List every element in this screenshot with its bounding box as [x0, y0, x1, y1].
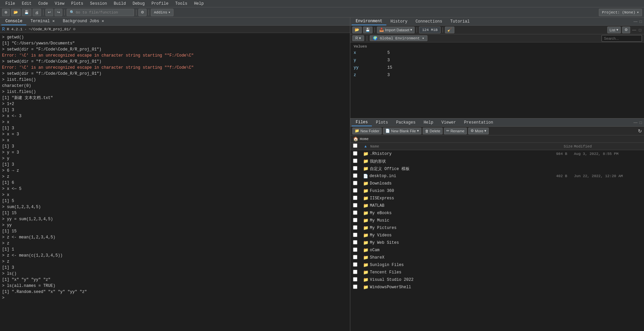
- list-item[interactable]: 📁My eBooks: [350, 209, 644, 217]
- save-workspace-button[interactable]: 💾: [363, 27, 373, 33]
- import-dataset-button[interactable]: 📥 Import Dataset ▾: [377, 27, 415, 33]
- list-item[interactable]: 📁Tencent Files: [350, 269, 644, 276]
- menu-help[interactable]: Help: [191, 1, 206, 7]
- menu-session[interactable]: Session: [87, 1, 109, 7]
- list-item[interactable]: 📁IISExpress: [350, 195, 644, 202]
- env-settings-button[interactable]: ⚙: [622, 27, 630, 33]
- tab-tutorial[interactable]: Tutorial: [446, 18, 474, 25]
- env-var-yy[interactable]: yy 15: [350, 64, 644, 71]
- list-item[interactable]: 📁Fusion 360: [350, 187, 644, 195]
- save-button[interactable]: 💾: [22, 9, 31, 16]
- file-checkbox[interactable]: [353, 247, 357, 252]
- file-checkbox[interactable]: [353, 270, 357, 274]
- file-checkbox[interactable]: [353, 210, 357, 215]
- column-modified-header[interactable]: Modified: [574, 144, 641, 148]
- file-checkbox[interactable]: [353, 285, 357, 289]
- env-minimize-button[interactable]: —: [633, 19, 638, 24]
- file-checkbox[interactable]: [353, 188, 357, 193]
- global-env-dropdown[interactable]: 🌍 Global Environment ▾: [370, 35, 427, 41]
- print-button[interactable]: 🖨: [33, 9, 41, 16]
- menu-debug[interactable]: Debug: [130, 1, 148, 7]
- file-checkbox[interactable]: [353, 277, 357, 282]
- new-folder-button[interactable]: 📁 New Folder: [352, 128, 382, 134]
- menu-edit[interactable]: Edit: [19, 1, 34, 7]
- tab-plots[interactable]: Plots: [372, 119, 392, 126]
- env-maximize-button[interactable]: □: [639, 19, 643, 24]
- list-item[interactable]: 📁MATLAB: [350, 202, 644, 209]
- env-var-x[interactable]: x 5: [350, 49, 644, 57]
- project-label[interactable]: Project: (None) ▾: [599, 9, 642, 16]
- file-checkbox[interactable]: [353, 203, 357, 207]
- tab-console[interactable]: Console: [1, 18, 26, 25]
- delete-button[interactable]: 🗑 Delete: [423, 128, 443, 134]
- column-size-header[interactable]: Size: [546, 144, 573, 148]
- env-var-z[interactable]: z 3: [350, 71, 644, 79]
- r-language-button[interactable]: R ▾: [352, 35, 364, 41]
- list-item[interactable]: 📁.Rhistory984 BAug 3, 2022, 8:55 PM: [350, 150, 644, 158]
- tab-files[interactable]: Files: [352, 119, 372, 126]
- open-file-button[interactable]: 📂: [11, 9, 21, 16]
- env-search-input[interactable]: [602, 35, 642, 42]
- menu-view[interactable]: View: [52, 1, 67, 7]
- new-file-button[interactable]: ⊕: [2, 9, 10, 16]
- file-checkbox[interactable]: [353, 166, 357, 170]
- console-output[interactable]: > getwd() [1] "C:/Users/ywwsn/Documents"…: [0, 33, 350, 331]
- list-item[interactable]: 📁My Music: [350, 217, 644, 224]
- select-all-checkbox[interactable]: [353, 143, 357, 148]
- compile-button[interactable]: ⚙: [138, 9, 147, 16]
- file-checkbox[interactable]: [353, 262, 357, 267]
- tab-presentation[interactable]: Presentation: [460, 119, 497, 126]
- redo-button[interactable]: ↪: [55, 9, 62, 16]
- tab-environment[interactable]: Environment: [352, 18, 386, 25]
- tab-help[interactable]: Help: [420, 119, 438, 126]
- menu-file[interactable]: File: [3, 1, 18, 7]
- list-item[interactable]: 📁My Web Sites: [350, 239, 644, 246]
- list-item[interactable]: 📁WindowsPowerShell: [350, 284, 644, 291]
- files-refresh-button[interactable]: ↻: [638, 128, 642, 134]
- column-name-header[interactable]: ▲ Name: [364, 144, 544, 148]
- file-checkbox[interactable]: [353, 240, 357, 244]
- list-item[interactable]: 📁自定义 Office 模板: [350, 165, 644, 172]
- file-checkbox[interactable]: [353, 181, 357, 185]
- tab-viewer[interactable]: Viewer: [437, 119, 460, 126]
- env-panel-minimize[interactable]: —: [632, 28, 637, 32]
- list-item[interactable]: 📁Sunlogin Files: [350, 261, 644, 269]
- file-checkbox[interactable]: [353, 255, 357, 259]
- breadcrumb-home[interactable]: Home: [360, 137, 368, 141]
- menu-plots[interactable]: Plots: [68, 1, 86, 7]
- addins-dropdown[interactable]: Addins ▾: [151, 9, 173, 16]
- file-checkbox[interactable]: [353, 218, 357, 222]
- file-checkbox[interactable]: [353, 196, 357, 200]
- goto-file-input[interactable]: 🔍 Go to file/function: [67, 9, 134, 16]
- files-maximize-button[interactable]: □: [639, 120, 643, 125]
- list-item[interactable]: 📁我的形状: [350, 158, 644, 165]
- file-checkbox[interactable]: [353, 173, 357, 178]
- env-var-y[interactable]: y 3: [350, 57, 644, 64]
- list-item[interactable]: 📁My Videos: [350, 232, 644, 239]
- files-minimize-button[interactable]: —: [633, 120, 638, 125]
- list-item[interactable]: 📄desktop.ini402 BJun 22, 2022, 12:20 AM: [350, 172, 644, 180]
- menu-code[interactable]: Code: [36, 1, 51, 7]
- list-item[interactable]: 📁ShareX: [350, 254, 644, 261]
- menu-profile[interactable]: Profile: [149, 1, 171, 7]
- env-panel-maximize[interactable]: □: [638, 28, 642, 32]
- file-checkbox[interactable]: [353, 225, 357, 230]
- clear-console-button[interactable]: 🧹: [445, 27, 454, 33]
- rename-button[interactable]: ✏ Rename: [444, 128, 467, 134]
- tab-history[interactable]: History: [386, 18, 411, 25]
- file-checkbox[interactable]: [353, 233, 357, 237]
- new-blank-file-button[interactable]: 📄 New Blank File ▾: [383, 128, 421, 134]
- console-gear-icon[interactable]: ⚙: [73, 27, 75, 32]
- tab-packages[interactable]: Packages: [392, 119, 420, 126]
- list-item[interactable]: 📁oCam: [350, 246, 644, 254]
- list-item[interactable]: 📁Visual Studio 2022: [350, 276, 644, 284]
- menu-tools[interactable]: Tools: [172, 1, 190, 7]
- file-checkbox[interactable]: [353, 159, 357, 163]
- list-item[interactable]: 📁Downloads: [350, 180, 644, 187]
- tab-terminal[interactable]: Terminal ✕: [26, 18, 59, 25]
- list-item[interactable]: 📁My Pictures: [350, 224, 644, 232]
- more-button[interactable]: ⚙ More ▾: [468, 128, 489, 134]
- tab-connections[interactable]: Connections: [412, 18, 446, 25]
- undo-button[interactable]: ↩: [45, 9, 53, 16]
- file-checkbox[interactable]: [353, 151, 357, 156]
